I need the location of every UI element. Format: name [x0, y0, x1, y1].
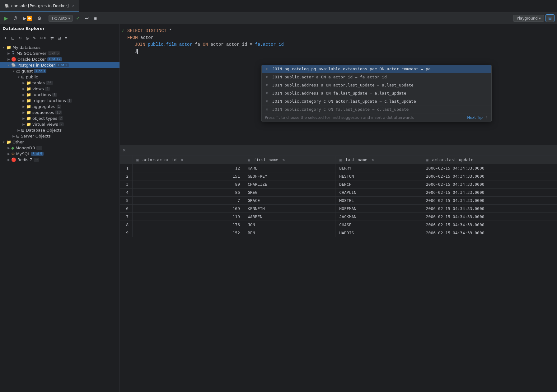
commit-button[interactable]: ✓: [74, 14, 82, 22]
postgres-icon: 🐘: [11, 63, 16, 68]
table-row[interactable]: 9 152 BEN HARRIS 2006-02-15 04:34:33.000…: [120, 229, 557, 237]
cell-last-name: MOSTEL: [335, 197, 422, 205]
table-row[interactable]: 3 89 CHARLIZE DENCH 2006-02-15 04:34:33.…: [120, 180, 557, 189]
object-types-icon: 📁: [26, 116, 31, 121]
object-types-node[interactable]: ▶ 📁 object types 2: [0, 115, 119, 121]
autocomplete-item-1[interactable]: ⊡ JOIN public.actor a ON a.actor_id = fa…: [262, 73, 491, 81]
my-databases-node[interactable]: ▾ 📁 My databases: [0, 44, 119, 50]
stop-button[interactable]: ■: [92, 14, 99, 22]
cell-first-name: WARREN: [244, 213, 335, 221]
row-num: 8: [120, 221, 133, 229]
more-options-icon[interactable]: ⋮: [484, 115, 488, 120]
col-label-last-name: last_name: [345, 157, 367, 162]
autocomplete-item-4[interactable]: ⊡ JOIN public.category c ON actor.last_u…: [262, 97, 491, 105]
col-sort-last-name[interactable]: ⇅: [372, 157, 374, 162]
trigger-functions-arrow: ▶: [21, 99, 26, 102]
autocomplete-item-5[interactable]: ⊡ JOIN public.category c ON fa.last_upda…: [262, 105, 491, 114]
sync-button[interactable]: ⊛: [24, 35, 30, 41]
col-header-first-name[interactable]: ▣ first_name ⇅: [244, 156, 335, 164]
cell-last-update: 2006-02-15 04:34:33.0000: [422, 213, 557, 221]
other-node[interactable]: ▾ 📁 Other: [0, 139, 119, 145]
ac-table-icon-4: ⊡: [265, 99, 270, 103]
table-row[interactable]: 2 151 GEOFFREY HESTON 2006-02-15 04:34:3…: [120, 172, 557, 180]
table-row[interactable]: 6 169 KENNETH HOFFMAN 2006-02-15 04:34:3…: [120, 205, 557, 213]
table-row[interactable]: 1 12 KARL BERRY 2006-02-15 04:34:33.0000: [120, 164, 557, 172]
col-icon-last-update: ▣: [426, 157, 428, 162]
cell-last-name: CHAPLIN: [335, 189, 422, 197]
autocomplete-item-2[interactable]: ⊡ JOIN public.address a ON actor.last_up…: [262, 81, 491, 89]
server-objects-icon: ⊟: [16, 134, 20, 138]
col-header-actor-id[interactable]: ▣ actor.actor_id ⇅: [133, 156, 244, 164]
views-node[interactable]: ▶ 📁 views 4: [0, 86, 119, 92]
col-sort-first-name[interactable]: ⇅: [283, 157, 285, 162]
console-tab[interactable]: 🐘 console [Postgres in Docker] ×: [0, 0, 79, 12]
sequences-arrow: ▶: [21, 111, 26, 114]
next-tip-button[interactable]: Next Tip: [467, 115, 483, 120]
tx-label: Tx: Auto: [51, 16, 67, 21]
sql-line-4-content: J: [126, 48, 557, 55]
postgres-node[interactable]: ▾ 🐘 Postgres in Docker 1 of 2: [0, 62, 119, 68]
tables-node[interactable]: ▶ 📁 tables 26: [0, 80, 119, 86]
console-btn[interactable]: ⊟: [56, 35, 63, 41]
postgres-label: Postgres in Docker: [17, 63, 55, 68]
tab-close-button[interactable]: ×: [72, 4, 75, 8]
col-sort-actor-id[interactable]: ⇅: [181, 157, 183, 162]
sequences-node[interactable]: ▶ 📁 sequences 13: [0, 110, 119, 115]
add-connection-button[interactable]: ＋: [2, 34, 9, 42]
run-button[interactable]: ▶: [2, 14, 10, 22]
history-button[interactable]: ⏱: [11, 14, 20, 22]
mysql-node[interactable]: ▶ ⚙ MySQL 3 of 5: [0, 151, 119, 157]
trigger-functions-node[interactable]: ▶ 📁 trigger functions 1: [0, 98, 119, 104]
table-row[interactable]: 8 176 JON CHASE 2006-02-15 04:34:33.0000: [120, 221, 557, 229]
redis-node[interactable]: ▶ 🔴 Redis 7 ···: [0, 157, 119, 163]
results-table: ▣ actor.actor_id ⇅ ▣ first_name ⇅ ▣: [120, 155, 557, 237]
table-row[interactable]: 5 7 GRACE MOSTEL 2006-02-15 04:34:33.000…: [120, 197, 557, 205]
ac-table-icon-0: ⊡: [265, 67, 270, 71]
table-view-button[interactable]: ⊞: [545, 14, 555, 22]
autocomplete-item-0[interactable]: ⊡ JOIN pg_catalog.pg_available_extension…: [262, 65, 491, 73]
arrow-button[interactable]: ⇄: [49, 35, 55, 41]
ddl-button[interactable]: DDL: [38, 35, 48, 41]
col-header-last-update[interactable]: ▣ actor.last_update: [422, 156, 557, 164]
mongo-node[interactable]: ▶ ◆ MongoDB ···: [0, 145, 119, 151]
sidebar-title: Database Explorer: [2, 26, 44, 31]
aggregates-node[interactable]: ▶ 📁 aggregates 1: [0, 104, 119, 110]
cell-first-name: KARL: [244, 164, 335, 172]
sql-editor[interactable]: ✓ SELECT DISTINCT * FROM actor JOIN publ…: [120, 24, 557, 58]
filter-button[interactable]: ≡: [63, 35, 69, 41]
virtual-views-icon: 📁: [26, 122, 31, 127]
add-schema-button[interactable]: ⊡: [10, 35, 16, 41]
table-row[interactable]: 7 119 WARREN JACKMAN 2006-02-15 04:34:33…: [120, 213, 557, 221]
server-objects-node[interactable]: ▶ ⊟ Server Objects: [0, 133, 119, 139]
refresh-button[interactable]: ↻: [17, 35, 23, 41]
undo-button[interactable]: ↩: [83, 14, 91, 22]
mysql-badge: 3 of 5: [31, 152, 44, 156]
run-all-button[interactable]: ▶⏩: [21, 14, 34, 22]
table-row[interactable]: 4 86 GREG CHAPLIN 2006-02-15 04:34:33.00…: [120, 189, 557, 197]
playground-dropdown[interactable]: Playground ▾: [513, 15, 544, 22]
functions-node[interactable]: ▶ 📁 functions 8: [0, 92, 119, 98]
mssql-icon: 🗄: [11, 51, 15, 56]
mssql-node[interactable]: ▶ 🗄 MS SQL Server 1 of 5: [0, 50, 119, 56]
object-types-count: 2: [59, 116, 63, 120]
guest-node[interactable]: ▾ 🗃 guest 1 of 3: [0, 68, 119, 74]
autocomplete-item-3[interactable]: ⊡ JOIN public.address a ON fa.last_updat…: [262, 89, 491, 97]
functions-icon: 📁: [26, 92, 31, 97]
database-objects-node[interactable]: ▶ ⊟ Database Objects: [0, 127, 119, 133]
oracle-node[interactable]: ▶ 🔴 Oracle Docker 1 of 17: [0, 56, 119, 62]
public-node[interactable]: ▾ ⊞ public: [0, 74, 119, 80]
postgres-badge: 1 of 2: [56, 63, 69, 67]
col-header-last-name[interactable]: ▣ last_name ⇅: [335, 156, 422, 164]
my-databases-arrow: ▾: [1, 46, 6, 49]
toolbar: ▶ ⏱ ▶⏩ ⚙ Tx: Auto ▾ ✓ ↩ ■ Playground ▾ ⊞: [0, 12, 557, 24]
cell-first-name: KENNETH: [244, 205, 335, 213]
virtual-views-node[interactable]: ▶ 📁 virtual views 7: [0, 121, 119, 127]
folder-icon: 📁: [6, 45, 11, 50]
results-panel: ✕ ▣ actor.actor_id ⇅ ▣: [120, 145, 557, 392]
autocomplete-hint: Press ^. to choose the selected (or firs…: [265, 115, 414, 120]
edit-button[interactable]: ✎: [31, 35, 38, 41]
results-table-wrap[interactable]: ▣ actor.actor_id ⇅ ▣ first_name ⇅ ▣: [120, 155, 557, 392]
settings-button[interactable]: ⚙: [35, 14, 43, 22]
close-results-button[interactable]: ✕: [122, 148, 126, 153]
tx-dropdown[interactable]: Tx: Auto ▾: [49, 15, 73, 22]
